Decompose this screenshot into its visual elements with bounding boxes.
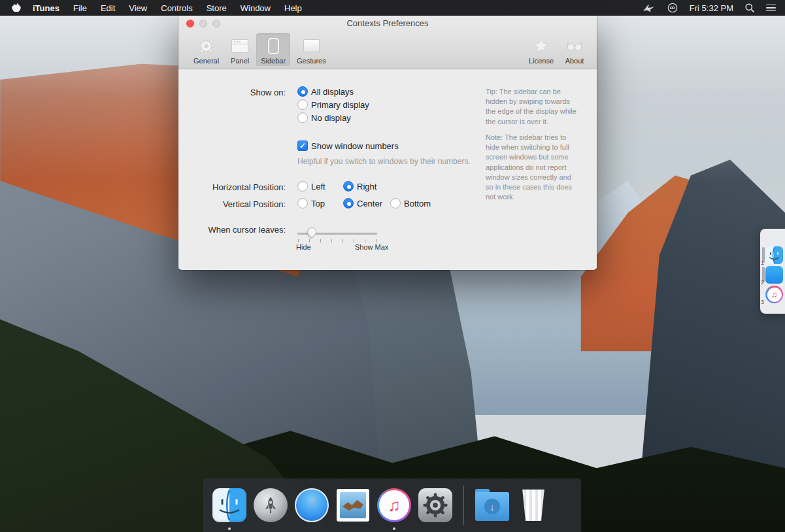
radio-circle[interactable] xyxy=(343,198,354,208)
radio-center-label: Center xyxy=(357,199,382,208)
when-cursor-leaves-label: When cursor leaves: xyxy=(178,225,286,235)
tab-gestures[interactable]: Gestures xyxy=(292,33,331,66)
preferences-content: Show on: All displays Primary display No… xyxy=(178,69,597,269)
radio-circle[interactable] xyxy=(297,112,308,123)
about-button[interactable]: About xyxy=(560,33,589,66)
radio-circle[interactable] xyxy=(390,198,401,208)
dock-finder[interactable] xyxy=(212,488,246,522)
slider-min-label: Hide xyxy=(296,243,311,251)
menu-item-store[interactable]: Store xyxy=(207,3,241,13)
note-text: Note: The sidebar tries to hide when swi… xyxy=(486,133,580,202)
checkbox-show-window-numbers[interactable]: ✓ Show window numbers xyxy=(297,141,399,151)
panel-window-icon xyxy=(231,36,248,56)
vertical-position-label: Vertical Position: xyxy=(178,199,286,209)
sidebar-rect-icon xyxy=(268,36,279,56)
dock-mail[interactable] xyxy=(336,488,370,522)
show-on-label: Show on: xyxy=(178,88,286,97)
itunes-icon: ♫ xyxy=(765,286,783,303)
license-button[interactable]: License xyxy=(524,33,558,66)
radio-right-label: Right xyxy=(357,182,376,191)
downloads-folder-icon: ↓ xyxy=(475,492,509,521)
sidebar-item-itunes[interactable]: ♫ 3 xyxy=(765,286,783,303)
radio-left[interactable]: Left xyxy=(297,181,326,191)
dock-separator xyxy=(463,486,464,525)
tab-panel-label: Panel xyxy=(231,57,249,65)
radio-circle[interactable] xyxy=(343,181,354,191)
slider-thumb[interactable] xyxy=(305,225,318,239)
radio-circle[interactable] xyxy=(297,99,308,110)
menu-item-view[interactable]: View xyxy=(129,3,161,13)
dock-launchpad[interactable] xyxy=(254,488,288,522)
radio-top[interactable]: Top xyxy=(297,198,325,208)
radio-circle[interactable] xyxy=(297,181,308,191)
radio-center[interactable]: Center xyxy=(343,198,382,208)
radio-all-displays-label: All displays xyxy=(311,87,354,97)
about-label: About xyxy=(565,57,584,65)
window-header: Contexts Preferences xyxy=(178,14,597,69)
preferences-toolbar: General Panel Sidebar Gestures xyxy=(178,32,597,69)
safari-compass-icon xyxy=(295,488,329,522)
radio-circle[interactable] xyxy=(297,198,308,208)
tab-general-label: General xyxy=(193,57,219,65)
menu-item-window[interactable]: Window xyxy=(241,3,284,13)
menu-item-file[interactable]: File xyxy=(73,3,101,13)
dock: ♫ xyxy=(203,478,581,532)
radio-all-displays[interactable]: All displays xyxy=(297,86,354,97)
show-window-numbers-label: Show window numbers xyxy=(311,141,399,151)
apple-menu[interactable] xyxy=(0,3,33,14)
menu-bar: iTunes File Edit View Controls Store Win… xyxy=(0,0,785,16)
checkbox-box[interactable]: ✓ xyxy=(297,141,308,151)
contexts-sidebar-overlay: 1 2 ♫ 3 xyxy=(760,229,785,314)
menu-item-help[interactable]: Help xyxy=(284,3,316,13)
sidebar-item-window[interactable]: 2 xyxy=(765,266,783,284)
launchpad-rocket-icon xyxy=(254,488,288,522)
download-arrow-icon: ↓ xyxy=(484,499,500,514)
itunes-music-icon: ♫ xyxy=(377,488,411,522)
cursor-leaves-slider[interactable] xyxy=(297,225,377,245)
sidebar-item-finder[interactable]: 1 xyxy=(765,246,783,264)
menu-item-itunes[interactable]: iTunes xyxy=(33,3,73,13)
slider-max-label: Show Max xyxy=(355,243,388,251)
radio-no-display-label: No display xyxy=(311,113,351,123)
tip-text: Tip: The sidebar can be hidden by swipin… xyxy=(486,87,580,127)
apple-logo-icon xyxy=(12,3,21,14)
notification-center-icon[interactable] xyxy=(766,5,776,12)
gestures-square-icon xyxy=(303,36,320,56)
tab-general[interactable]: General xyxy=(189,33,224,66)
dock-system-preferences[interactable] xyxy=(418,488,452,522)
dock-safari[interactable] xyxy=(295,488,329,522)
window-icon xyxy=(765,266,783,284)
star-icon xyxy=(532,36,550,56)
mail-stamp-icon xyxy=(337,489,369,522)
finder-icon xyxy=(765,246,783,264)
radio-right[interactable]: Right xyxy=(343,181,376,191)
radio-top-label: Top xyxy=(311,199,325,208)
spotlight-search-icon[interactable] xyxy=(744,3,755,13)
trash-icon xyxy=(520,490,546,521)
tab-panel[interactable]: Panel xyxy=(225,33,254,66)
menu-bar-clock[interactable]: Fri 5:32 PM xyxy=(690,3,733,13)
dock-trash[interactable] xyxy=(516,488,550,522)
menu-item-edit[interactable]: Edit xyxy=(101,3,129,13)
slider-ticks xyxy=(298,239,376,242)
creative-cloud-icon[interactable] xyxy=(667,2,678,14)
radio-bottom-label: Bottom xyxy=(404,199,431,208)
gears-icon xyxy=(418,488,452,522)
bird-status-icon[interactable] xyxy=(641,3,656,13)
finder-icon xyxy=(212,488,246,522)
sidebar-item-number: 2 xyxy=(761,279,764,286)
radio-no-display[interactable]: No display xyxy=(297,112,351,123)
dock-downloads[interactable]: ↓ xyxy=(475,488,509,522)
sidebar-item-number: 1 xyxy=(761,259,764,266)
tab-sidebar[interactable]: Sidebar xyxy=(256,33,290,66)
sidebar-item-number: 3 xyxy=(761,299,764,305)
dock-itunes[interactable]: ♫ xyxy=(377,488,411,522)
menu-item-controls[interactable]: Controls xyxy=(161,3,206,13)
horizontal-position-label: Horizontal Position: xyxy=(178,182,286,192)
radio-primary-display[interactable]: Primary display xyxy=(297,99,369,110)
radio-left-label: Left xyxy=(311,182,326,191)
radio-circle[interactable] xyxy=(297,86,308,97)
gear-icon xyxy=(197,36,215,56)
window-title: Contexts Preferences xyxy=(178,18,597,28)
radio-bottom[interactable]: Bottom xyxy=(390,198,431,208)
